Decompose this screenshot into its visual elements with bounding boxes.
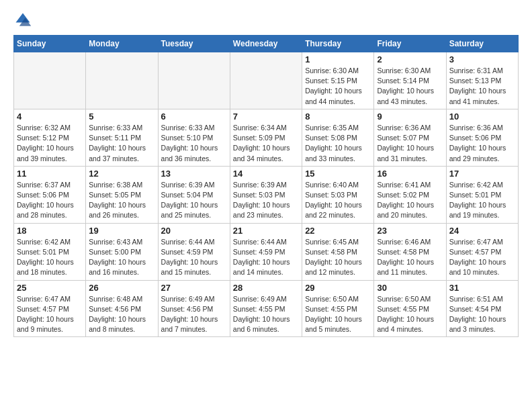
calendar-cell: 18Sunrise: 6:42 AMSunset: 5:01 PMDayligh…	[14, 223, 86, 280]
day-number: 29	[305, 283, 371, 293]
day-info: Sunrise: 6:30 AMSunset: 5:15 PMDaylight:…	[305, 66, 371, 107]
calendar-week-row: 25Sunrise: 6:47 AMSunset: 4:57 PMDayligh…	[14, 280, 519, 337]
day-info: Sunrise: 6:45 AMSunset: 4:58 PMDaylight:…	[305, 237, 371, 278]
day-number: 16	[377, 169, 443, 179]
page-header	[13, 11, 519, 30]
calendar-cell: 21Sunrise: 6:44 AMSunset: 4:59 PMDayligh…	[230, 223, 302, 280]
calendar-cell: 14Sunrise: 6:39 AMSunset: 5:03 PMDayligh…	[230, 166, 302, 223]
calendar-cell: 10Sunrise: 6:36 AMSunset: 5:06 PMDayligh…	[446, 109, 518, 166]
calendar-week-row: 4Sunrise: 6:32 AMSunset: 5:12 PMDaylight…	[14, 109, 519, 166]
calendar-cell: 2Sunrise: 6:30 AMSunset: 5:14 PMDaylight…	[374, 52, 446, 109]
weekday-header-thursday: Thursday	[302, 36, 374, 52]
day-info: Sunrise: 6:47 AMSunset: 4:57 PMDaylight:…	[449, 237, 515, 278]
day-info: Sunrise: 6:36 AMSunset: 5:06 PMDaylight:…	[449, 123, 515, 164]
weekday-header-sunday: Sunday	[14, 36, 86, 52]
day-info: Sunrise: 6:47 AMSunset: 4:57 PMDaylight:…	[17, 294, 83, 335]
calendar-cell: 3Sunrise: 6:31 AMSunset: 5:13 PMDaylight…	[446, 52, 518, 109]
day-number: 7	[233, 111, 299, 122]
day-info: Sunrise: 6:34 AMSunset: 5:09 PMDaylight:…	[233, 123, 299, 164]
calendar-cell: 24Sunrise: 6:47 AMSunset: 4:57 PMDayligh…	[446, 223, 518, 280]
day-info: Sunrise: 6:36 AMSunset: 5:07 PMDaylight:…	[377, 123, 443, 164]
day-info: Sunrise: 6:39 AMSunset: 5:03 PMDaylight:…	[233, 180, 299, 221]
calendar-cell: 15Sunrise: 6:40 AMSunset: 5:03 PMDayligh…	[302, 166, 374, 223]
calendar-cell: 11Sunrise: 6:37 AMSunset: 5:06 PMDayligh…	[14, 166, 86, 223]
day-number: 13	[161, 169, 227, 179]
day-info: Sunrise: 6:42 AMSunset: 5:01 PMDaylight:…	[17, 237, 83, 278]
day-number: 25	[17, 283, 83, 293]
calendar-cell: 16Sunrise: 6:41 AMSunset: 5:02 PMDayligh…	[374, 166, 446, 223]
day-info: Sunrise: 6:49 AMSunset: 4:55 PMDaylight:…	[233, 294, 299, 335]
calendar-cell: 29Sunrise: 6:50 AMSunset: 4:55 PMDayligh…	[302, 280, 374, 337]
day-number: 9	[377, 111, 443, 122]
day-number: 14	[233, 169, 299, 179]
day-number: 22	[305, 226, 371, 236]
day-info: Sunrise: 6:43 AMSunset: 5:00 PMDaylight:…	[89, 237, 154, 278]
calendar-cell: 27Sunrise: 6:49 AMSunset: 4:56 PMDayligh…	[158, 280, 230, 337]
weekday-header-saturday: Saturday	[446, 36, 518, 52]
day-info: Sunrise: 6:31 AMSunset: 5:13 PMDaylight:…	[449, 66, 515, 107]
calendar-week-row: 11Sunrise: 6:37 AMSunset: 5:06 PMDayligh…	[14, 166, 519, 223]
day-info: Sunrise: 6:38 AMSunset: 5:05 PMDaylight:…	[89, 180, 154, 221]
calendar-cell: 17Sunrise: 6:42 AMSunset: 5:01 PMDayligh…	[446, 166, 518, 223]
day-info: Sunrise: 6:50 AMSunset: 4:55 PMDaylight:…	[305, 294, 371, 335]
day-info: Sunrise: 6:32 AMSunset: 5:12 PMDaylight:…	[17, 123, 83, 164]
day-number: 28	[233, 283, 299, 293]
calendar-cell: 23Sunrise: 6:46 AMSunset: 4:58 PMDayligh…	[374, 223, 446, 280]
day-info: Sunrise: 6:42 AMSunset: 5:01 PMDaylight:…	[449, 180, 515, 221]
calendar-cell: 12Sunrise: 6:38 AMSunset: 5:05 PMDayligh…	[86, 166, 158, 223]
calendar-cell: 4Sunrise: 6:32 AMSunset: 5:12 PMDaylight…	[14, 109, 86, 166]
day-number: 15	[305, 169, 371, 179]
calendar-cell	[86, 52, 158, 109]
day-number: 18	[17, 226, 83, 236]
weekday-header-friday: Friday	[374, 36, 446, 52]
calendar-week-row: 18Sunrise: 6:42 AMSunset: 5:01 PMDayligh…	[14, 223, 519, 280]
calendar-cell: 8Sunrise: 6:35 AMSunset: 5:08 PMDaylight…	[302, 109, 374, 166]
calendar-week-row: 1Sunrise: 6:30 AMSunset: 5:15 PMDaylight…	[14, 52, 519, 109]
calendar-cell: 22Sunrise: 6:45 AMSunset: 4:58 PMDayligh…	[302, 223, 374, 280]
day-number: 10	[449, 111, 515, 122]
weekday-header-wednesday: Wednesday	[230, 36, 302, 52]
day-number: 12	[89, 169, 154, 179]
calendar-cell: 5Sunrise: 6:33 AMSunset: 5:11 PMDaylight…	[86, 109, 158, 166]
calendar-cell: 26Sunrise: 6:48 AMSunset: 4:56 PMDayligh…	[86, 280, 158, 337]
day-number: 3	[449, 54, 515, 64]
day-info: Sunrise: 6:49 AMSunset: 4:56 PMDaylight:…	[161, 294, 227, 335]
calendar-cell: 9Sunrise: 6:36 AMSunset: 5:07 PMDaylight…	[374, 109, 446, 166]
calendar-cell	[158, 52, 230, 109]
day-number: 5	[89, 111, 154, 122]
calendar-cell	[14, 52, 86, 109]
day-info: Sunrise: 6:40 AMSunset: 5:03 PMDaylight:…	[305, 180, 371, 221]
day-info: Sunrise: 6:33 AMSunset: 5:11 PMDaylight:…	[89, 123, 154, 164]
day-number: 20	[161, 226, 227, 236]
day-info: Sunrise: 6:50 AMSunset: 4:55 PMDaylight:…	[377, 294, 443, 335]
calendar-cell: 31Sunrise: 6:51 AMSunset: 4:54 PMDayligh…	[446, 280, 518, 337]
calendar-cell: 28Sunrise: 6:49 AMSunset: 4:55 PMDayligh…	[230, 280, 302, 337]
day-info: Sunrise: 6:35 AMSunset: 5:08 PMDaylight:…	[305, 123, 371, 164]
calendar-cell: 1Sunrise: 6:30 AMSunset: 5:15 PMDaylight…	[302, 52, 374, 109]
calendar-cell: 6Sunrise: 6:33 AMSunset: 5:10 PMDaylight…	[158, 109, 230, 166]
calendar-cell: 30Sunrise: 6:50 AMSunset: 4:55 PMDayligh…	[374, 280, 446, 337]
day-info: Sunrise: 6:51 AMSunset: 4:54 PMDaylight:…	[449, 294, 515, 335]
day-number: 24	[449, 226, 515, 236]
day-info: Sunrise: 6:41 AMSunset: 5:02 PMDaylight:…	[377, 180, 443, 221]
calendar-header-row: SundayMondayTuesdayWednesdayThursdayFrid…	[14, 36, 519, 52]
day-info: Sunrise: 6:30 AMSunset: 5:14 PMDaylight:…	[377, 66, 443, 107]
calendar-cell: 25Sunrise: 6:47 AMSunset: 4:57 PMDayligh…	[14, 280, 86, 337]
day-info: Sunrise: 6:39 AMSunset: 5:04 PMDaylight:…	[161, 180, 227, 221]
calendar-cell	[230, 52, 302, 109]
calendar-table: SundayMondayTuesdayWednesdayThursdayFrid…	[13, 35, 519, 337]
day-number: 19	[89, 226, 154, 236]
day-number: 27	[161, 283, 227, 293]
day-info: Sunrise: 6:48 AMSunset: 4:56 PMDaylight:…	[89, 294, 154, 335]
calendar-cell: 13Sunrise: 6:39 AMSunset: 5:04 PMDayligh…	[158, 166, 230, 223]
calendar-cell: 7Sunrise: 6:34 AMSunset: 5:09 PMDaylight…	[230, 109, 302, 166]
day-info: Sunrise: 6:33 AMSunset: 5:10 PMDaylight:…	[161, 123, 227, 164]
logo	[13, 11, 35, 30]
day-number: 17	[449, 169, 515, 179]
day-info: Sunrise: 6:44 AMSunset: 4:59 PMDaylight:…	[161, 237, 227, 278]
day-number: 23	[377, 226, 443, 236]
day-number: 2	[377, 54, 443, 64]
weekday-header-monday: Monday	[86, 36, 158, 52]
weekday-header-tuesday: Tuesday	[158, 36, 230, 52]
day-info: Sunrise: 6:37 AMSunset: 5:06 PMDaylight:…	[17, 180, 83, 221]
